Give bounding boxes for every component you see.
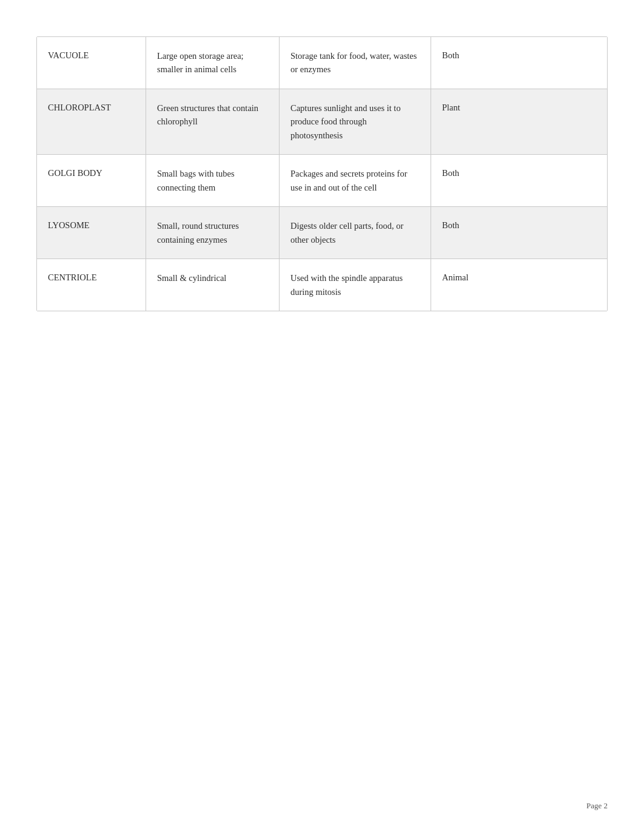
organelle-name: GOLGI BODY	[37, 155, 146, 206]
table-row: CENTRIOLESmall & cylindricalUsed with th…	[37, 259, 607, 311]
organelle-description: Small bags with tubes connecting them	[146, 155, 280, 206]
organelle-description: Green structures that contain chlorophyl…	[146, 89, 280, 154]
table-row: VACUOLELarge open storage area; smaller …	[37, 37, 607, 89]
table-row: CHLOROPLASTGreen structures that contain…	[37, 89, 607, 155]
organelle-function: Used with the spindle apparatus during m…	[280, 259, 431, 311]
organelle-description: Small & cylindrical	[146, 259, 280, 311]
organelle-type: Plant	[431, 89, 528, 154]
organelle-function: Digests older cell parts, food, or other…	[280, 207, 431, 259]
page-container: VACUOLELarge open storage area; smaller …	[0, 0, 644, 336]
page-number: 2	[604, 801, 608, 810]
organelle-type: Both	[431, 37, 528, 89]
organelle-description: Small, round structures containing enzym…	[146, 207, 280, 259]
table-row: GOLGI BODYSmall bags with tubes connecti…	[37, 155, 607, 207]
organelle-type: Both	[431, 207, 528, 259]
page-footer: Page 2	[586, 801, 608, 811]
organelle-type: Both	[431, 155, 528, 206]
organelle-name: CENTRIOLE	[37, 259, 146, 311]
table-row: LYOSOMESmall, round structures containin…	[37, 207, 607, 259]
page-label: Page	[586, 801, 602, 810]
organelle-type: Animal	[431, 259, 528, 311]
organelle-function: Packages and secrets proteins for use in…	[280, 155, 431, 206]
organelle-name: LYOSOME	[37, 207, 146, 259]
organelle-name: CHLOROPLAST	[37, 89, 146, 154]
organelle-name: VACUOLE	[37, 37, 146, 89]
organelle-function: Storage tank for food, water, wastes or …	[280, 37, 431, 89]
organelle-description: Large open storage area; smaller in anim…	[146, 37, 280, 89]
cell-organelles-table: VACUOLELarge open storage area; smaller …	[36, 36, 608, 311]
organelle-function: Captures sunlight and uses it to produce…	[280, 89, 431, 154]
